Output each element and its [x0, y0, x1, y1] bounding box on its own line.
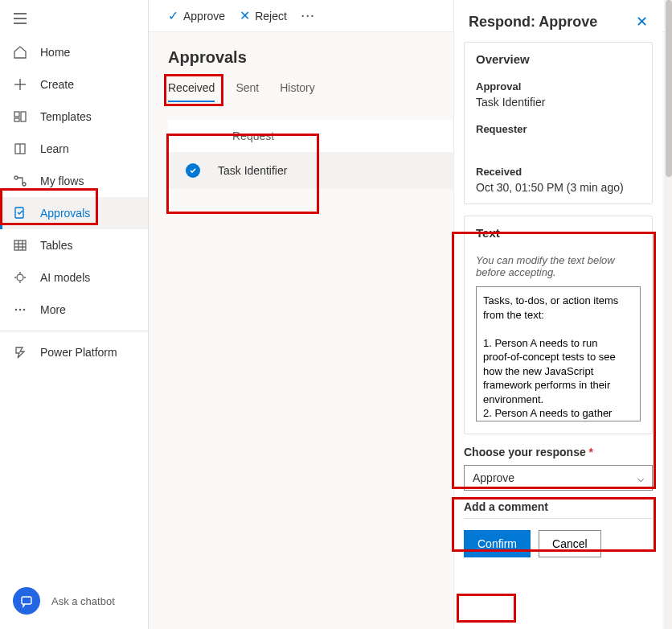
comment-label: Add a comment [464, 500, 653, 513]
received-label: Received [476, 166, 641, 178]
text-card: Text You can modify the text below befor… [464, 216, 653, 434]
sidebar: Home Create Templates Learn My flows App… [0, 0, 149, 629]
approve-button[interactable]: ✓ Approve [168, 8, 225, 23]
home-icon [13, 45, 27, 60]
sidebar-item-aimodels[interactable]: AI models [0, 261, 148, 294]
power-platform-icon [13, 345, 27, 360]
svg-point-25 [23, 309, 26, 311]
comment-section: Add a comment [464, 500, 653, 519]
text-heading: Text [476, 226, 641, 240]
status-check-icon [186, 163, 200, 178]
svg-rect-13 [14, 240, 26, 250]
sidebar-item-label: Templates [40, 110, 92, 123]
sidebar-item-label: More [40, 303, 66, 316]
reject-button[interactable]: ✕ Reject [240, 8, 287, 23]
cancel-button[interactable]: Cancel [539, 530, 601, 557]
flows-icon [13, 174, 27, 188]
hamburger-icon [13, 11, 27, 26]
confirm-button[interactable]: Confirm [464, 530, 531, 557]
tab-sent[interactable]: Sent [236, 81, 259, 102]
sidebar-item-create[interactable]: Create [0, 68, 148, 101]
svg-rect-6 [21, 112, 26, 121]
svg-point-18 [17, 274, 23, 281]
overview-card: Overview Approval Task Identifier Reques… [464, 42, 653, 204]
approvals-icon [13, 206, 27, 220]
sidebar-item-myflows[interactable]: My flows [0, 165, 148, 197]
book-icon [13, 142, 27, 156]
scrollbar-thumb[interactable] [666, 0, 672, 177]
sidebar-item-tables[interactable]: Tables [0, 229, 148, 261]
svg-point-10 [14, 176, 18, 179]
tables-icon [13, 238, 27, 253]
sidebar-item-label: Tables [40, 239, 72, 252]
required-star: * [589, 446, 593, 458]
ai-icon [13, 270, 27, 285]
approval-value: Task Identifier [476, 96, 641, 109]
sidebar-item-home[interactable]: Home [0, 36, 148, 68]
sidebar-item-label: Create [40, 78, 74, 91]
plus-icon [13, 77, 27, 92]
sidebar-item-label: Approvals [40, 207, 90, 220]
response-select[interactable]: Approve ⌵ [464, 465, 653, 491]
response-section: Choose your response * Approve ⌵ [464, 446, 653, 491]
sidebar-item-powerplatform[interactable]: Power Platform [0, 336, 148, 368]
svg-rect-12 [15, 208, 23, 218]
text-input[interactable] [476, 286, 641, 421]
sidebar-item-learn[interactable]: Learn [0, 133, 148, 165]
text-hint: You can modify the text below before acc… [476, 254, 641, 278]
comment-divider [464, 518, 653, 519]
requester-value [476, 138, 641, 151]
ask-chatbot-label[interactable]: Ask a chatbot [51, 595, 115, 607]
received-value: Oct 30, 01:50 PM (3 min ago) [476, 181, 641, 194]
response-label: Choose your response * [464, 446, 653, 458]
sidebar-item-label: Learn [40, 142, 69, 155]
toolbar-more-button[interactable]: ··· [301, 10, 316, 23]
hamburger-menu[interactable] [0, 0, 148, 36]
templates-icon [13, 109, 27, 124]
chatbot-icon [19, 594, 34, 608]
overview-heading: Overview [476, 52, 641, 66]
check-icon: ✓ [168, 8, 178, 23]
close-icon: ✕ [636, 14, 648, 30]
tab-history[interactable]: History [280, 81, 315, 102]
sidebar-item-label: AI models [40, 271, 90, 284]
sidebar-item-label: Power Platform [40, 346, 117, 359]
response-selected-value: Approve [473, 471, 514, 484]
svg-point-23 [15, 309, 18, 311]
sidebar-item-more[interactable]: More [0, 294, 148, 326]
approval-label: Approval [476, 80, 641, 92]
toolbar-reject-label: Reject [255, 10, 287, 23]
cross-icon: ✕ [240, 8, 250, 23]
more-icon [13, 302, 27, 317]
scrollbar-track[interactable] [664, 0, 672, 629]
svg-rect-5 [14, 112, 19, 117]
sidebar-item-templates[interactable]: Templates [0, 101, 148, 133]
sidebar-item-approvals[interactable]: Approvals [0, 197, 148, 229]
request-title: Task Identifier [218, 164, 287, 177]
svg-point-24 [19, 309, 22, 311]
sidebar-item-label: Home [40, 46, 70, 59]
svg-rect-7 [14, 118, 19, 121]
chevron-down-icon: ⌵ [637, 471, 644, 484]
chatbot-button[interactable] [13, 587, 40, 615]
tab-received[interactable]: Received [168, 81, 215, 102]
sidebar-divider [0, 331, 148, 331]
requester-label: Requester [476, 123, 641, 135]
panel-title: Respond: Approve [469, 14, 597, 31]
toolbar-approve-label: Approve [183, 10, 225, 23]
close-button[interactable]: ✕ [636, 13, 648, 31]
sidebar-item-label: My flows [40, 175, 84, 187]
svg-rect-26 [22, 597, 31, 604]
respond-panel: Respond: Approve ✕ Overview Approval Tas… [453, 0, 662, 629]
